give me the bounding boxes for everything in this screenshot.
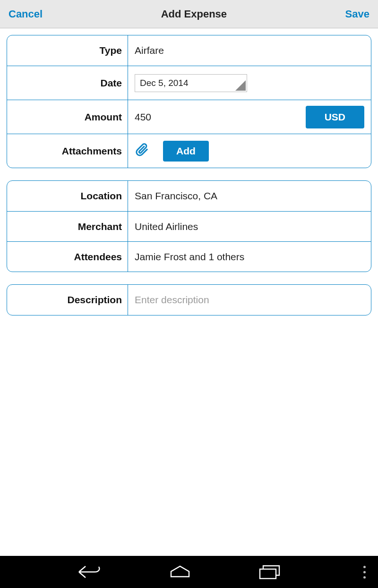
back-icon[interactable] — [77, 565, 102, 579]
value-attachments: Add — [128, 134, 371, 168]
value-date: Dec 5, 2014 — [128, 66, 371, 100]
row-type: Type Airfare — [7, 35, 371, 66]
page-title: Add Expense — [161, 8, 227, 20]
date-picker[interactable]: Dec 5, 2014 — [135, 74, 247, 92]
save-button[interactable]: Save — [345, 8, 369, 20]
label-description: Description — [7, 285, 128, 315]
row-merchant: Merchant United Airlines — [7, 211, 371, 241]
label-location: Location — [7, 181, 128, 211]
home-icon[interactable] — [168, 565, 192, 579]
row-location: Location San Francisco, CA — [7, 181, 371, 211]
row-description: Description — [7, 285, 371, 315]
row-date: Date Dec 5, 2014 — [7, 66, 371, 100]
label-attachments: Attachments — [7, 134, 128, 168]
row-attachments: Attachments Add — [7, 134, 371, 168]
cancel-button[interactable]: Cancel — [9, 8, 43, 20]
row-attendees: Attendees Jamie Frost and 1 others — [7, 241, 371, 272]
system-navbar — [0, 556, 378, 588]
label-amount: Amount — [7, 100, 128, 134]
row-amount: Amount USD — [7, 100, 371, 134]
header-bar: Cancel Add Expense Save — [0, 0, 378, 28]
amount-input[interactable] — [135, 111, 210, 123]
recent-apps-icon[interactable] — [258, 564, 282, 580]
value-merchant[interactable]: United Airlines — [128, 212, 371, 241]
description-input[interactable] — [135, 294, 364, 306]
label-type: Type — [7, 35, 128, 66]
group-description: Description — [7, 284, 371, 315]
date-text: Dec 5, 2014 — [140, 78, 188, 88]
svg-rect-1 — [260, 569, 276, 579]
label-attendees: Attendees — [7, 242, 128, 272]
paperclip-icon — [135, 142, 149, 160]
value-location[interactable]: San Francisco, CA — [128, 181, 371, 211]
group-main: Type Airfare Date Dec 5, 2014 Amount — [7, 35, 371, 168]
value-description — [128, 285, 371, 315]
svg-marker-0 — [235, 80, 246, 91]
form-area: Type Airfare Date Dec 5, 2014 Amount — [0, 28, 378, 315]
add-attachment-button[interactable]: Add — [163, 141, 209, 162]
value-amount: USD — [128, 100, 371, 134]
label-date: Date — [7, 66, 128, 100]
dropdown-triangle-icon — [232, 75, 247, 92]
value-attendees[interactable]: Jamie Frost and 1 others — [128, 242, 371, 272]
menu-kebab-icon[interactable] — [363, 566, 366, 579]
label-merchant: Merchant — [7, 212, 128, 241]
currency-button[interactable]: USD — [306, 106, 364, 128]
group-details: Location San Francisco, CA Merchant Unit… — [7, 180, 371, 272]
value-type[interactable]: Airfare — [128, 35, 371, 66]
